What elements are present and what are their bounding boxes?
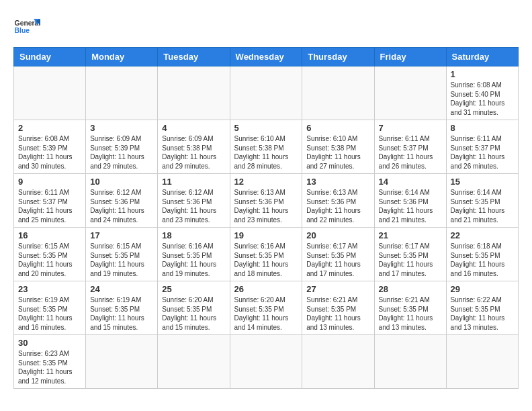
calendar-day-cell [86,335,158,389]
day-info: Sunrise: 6:09 AM Sunset: 5:39 PM Dayligh… [90,134,153,171]
day-number: 3 [90,123,153,133]
day-number: 1 [451,69,514,79]
day-number: 24 [90,284,153,294]
day-info: Sunrise: 6:15 AM Sunset: 5:35 PM Dayligh… [18,242,81,278]
day-number: 6 [306,123,369,133]
calendar-day-cell [86,66,158,120]
calendar-day-cell: 3Sunrise: 6:09 AM Sunset: 5:39 PM Daylig… [86,120,158,174]
day-number: 21 [379,230,442,240]
calendar-day-cell: 11Sunrise: 6:12 AM Sunset: 5:36 PM Dayli… [158,174,230,228]
calendar-day-cell: 25Sunrise: 6:20 AM Sunset: 5:35 PM Dayli… [158,281,230,335]
calendar-day-cell: 10Sunrise: 6:12 AM Sunset: 5:36 PM Dayli… [86,174,158,228]
day-number: 23 [18,284,81,294]
calendar-day-cell: 17Sunrise: 6:15 AM Sunset: 5:35 PM Dayli… [86,228,158,281]
day-info: Sunrise: 6:20 AM Sunset: 5:35 PM Dayligh… [162,295,225,332]
day-number: 12 [234,177,298,187]
day-info: Sunrise: 6:15 AM Sunset: 5:35 PM Dayligh… [90,242,153,278]
calendar-day-cell [230,335,302,389]
day-number: 25 [162,284,225,294]
day-of-week-header: Friday [374,48,446,66]
calendar-day-cell: 22Sunrise: 6:18 AM Sunset: 5:35 PM Dayli… [446,228,518,281]
calendar-week-row: 16Sunrise: 6:15 AM Sunset: 5:35 PM Dayli… [14,228,519,281]
day-info: Sunrise: 6:23 AM Sunset: 5:35 PM Dayligh… [18,349,81,385]
calendar-day-cell: 19Sunrise: 6:16 AM Sunset: 5:35 PM Dayli… [230,228,302,281]
svg-text:Blue: Blue [15,27,30,34]
calendar-day-cell: 27Sunrise: 6:21 AM Sunset: 5:35 PM Dayli… [302,281,374,335]
calendar-day-cell: 2Sunrise: 6:08 AM Sunset: 5:39 PM Daylig… [14,120,86,174]
day-info: Sunrise: 6:13 AM Sunset: 5:36 PM Dayligh… [306,188,369,224]
day-info: Sunrise: 6:18 AM Sunset: 5:35 PM Dayligh… [451,242,514,278]
logo: General Blue [13,13,40,40]
calendar-day-cell [302,66,374,120]
day-number: 19 [234,230,298,240]
calendar-day-cell: 5Sunrise: 6:10 AM Sunset: 5:38 PM Daylig… [230,120,302,174]
day-number: 5 [234,123,298,133]
page-header: General Blue [13,13,519,40]
calendar-day-cell: 26Sunrise: 6:20 AM Sunset: 5:35 PM Dayli… [230,281,302,335]
calendar-week-row: 2Sunrise: 6:08 AM Sunset: 5:39 PM Daylig… [14,120,519,174]
day-number: 26 [234,284,298,294]
calendar-day-cell [14,66,86,120]
calendar-day-cell: 20Sunrise: 6:17 AM Sunset: 5:35 PM Dayli… [302,228,374,281]
day-number: 29 [451,284,514,294]
day-info: Sunrise: 6:08 AM Sunset: 5:39 PM Dayligh… [18,134,81,171]
day-info: Sunrise: 6:11 AM Sunset: 5:37 PM Dayligh… [379,134,442,171]
calendar-day-cell [446,335,518,389]
day-info: Sunrise: 6:17 AM Sunset: 5:35 PM Dayligh… [379,242,442,278]
day-info: Sunrise: 6:16 AM Sunset: 5:35 PM Dayligh… [162,242,225,278]
day-of-week-header: Thursday [302,48,374,66]
day-number: 17 [90,230,153,240]
day-number: 2 [18,123,81,133]
day-info: Sunrise: 6:10 AM Sunset: 5:38 PM Dayligh… [234,134,298,171]
day-of-week-header: Saturday [446,48,518,66]
calendar-day-cell: 21Sunrise: 6:17 AM Sunset: 5:35 PM Dayli… [374,228,446,281]
calendar-day-cell: 14Sunrise: 6:14 AM Sunset: 5:36 PM Dayli… [374,174,446,228]
calendar-week-row: 9Sunrise: 6:11 AM Sunset: 5:37 PM Daylig… [14,174,519,228]
day-info: Sunrise: 6:14 AM Sunset: 5:35 PM Dayligh… [451,188,514,224]
day-number: 4 [162,123,225,133]
calendar-day-cell: 18Sunrise: 6:16 AM Sunset: 5:35 PM Dayli… [158,228,230,281]
day-of-week-header: Wednesday [230,48,302,66]
day-number: 18 [162,230,225,240]
calendar-day-cell: 12Sunrise: 6:13 AM Sunset: 5:36 PM Dayli… [230,174,302,228]
day-info: Sunrise: 6:12 AM Sunset: 5:36 PM Dayligh… [162,188,225,224]
calendar-week-row: 23Sunrise: 6:19 AM Sunset: 5:35 PM Dayli… [14,281,519,335]
day-info: Sunrise: 6:11 AM Sunset: 5:37 PM Dayligh… [18,188,81,224]
day-number: 8 [451,123,514,133]
day-number: 13 [306,177,369,187]
calendar-day-cell [302,335,374,389]
calendar-day-cell: 4Sunrise: 6:09 AM Sunset: 5:38 PM Daylig… [158,120,230,174]
day-info: Sunrise: 6:14 AM Sunset: 5:36 PM Dayligh… [379,188,442,224]
day-number: 7 [379,123,442,133]
day-info: Sunrise: 6:08 AM Sunset: 5:40 PM Dayligh… [451,81,514,117]
calendar-day-cell: 13Sunrise: 6:13 AM Sunset: 5:36 PM Dayli… [302,174,374,228]
day-number: 28 [379,284,442,294]
calendar-day-cell [374,335,446,389]
calendar-day-cell: 1Sunrise: 6:08 AM Sunset: 5:40 PM Daylig… [446,66,518,120]
day-info: Sunrise: 6:19 AM Sunset: 5:35 PM Dayligh… [18,295,81,332]
calendar-day-cell: 6Sunrise: 6:10 AM Sunset: 5:38 PM Daylig… [302,120,374,174]
calendar-day-cell [374,66,446,120]
calendar-week-row: 1Sunrise: 6:08 AM Sunset: 5:40 PM Daylig… [14,66,519,120]
day-info: Sunrise: 6:21 AM Sunset: 5:35 PM Dayligh… [379,295,442,332]
day-of-week-header: Sunday [14,48,86,66]
day-number: 30 [18,338,81,348]
calendar-day-cell: 15Sunrise: 6:14 AM Sunset: 5:35 PM Dayli… [446,174,518,228]
day-number: 11 [162,177,225,187]
calendar-table: SundayMondayTuesdayWednesdayThursdayFrid… [13,47,519,389]
day-number: 10 [90,177,153,187]
day-number: 16 [18,230,81,240]
calendar-day-cell: 23Sunrise: 6:19 AM Sunset: 5:35 PM Dayli… [14,281,86,335]
calendar-day-cell: 28Sunrise: 6:21 AM Sunset: 5:35 PM Dayli… [374,281,446,335]
calendar-day-cell [158,335,230,389]
day-info: Sunrise: 6:21 AM Sunset: 5:35 PM Dayligh… [306,295,369,332]
calendar-day-cell [158,66,230,120]
generalblue-logo-icon: General Blue [13,13,40,40]
day-info: Sunrise: 6:13 AM Sunset: 5:36 PM Dayligh… [234,188,298,224]
calendar-day-cell [230,66,302,120]
day-of-week-header: Tuesday [158,48,230,66]
day-of-week-header: Monday [86,48,158,66]
calendar-day-cell: 24Sunrise: 6:19 AM Sunset: 5:35 PM Dayli… [86,281,158,335]
day-info: Sunrise: 6:22 AM Sunset: 5:35 PM Dayligh… [451,295,514,332]
calendar-week-row: 30Sunrise: 6:23 AM Sunset: 5:35 PM Dayli… [14,335,519,389]
